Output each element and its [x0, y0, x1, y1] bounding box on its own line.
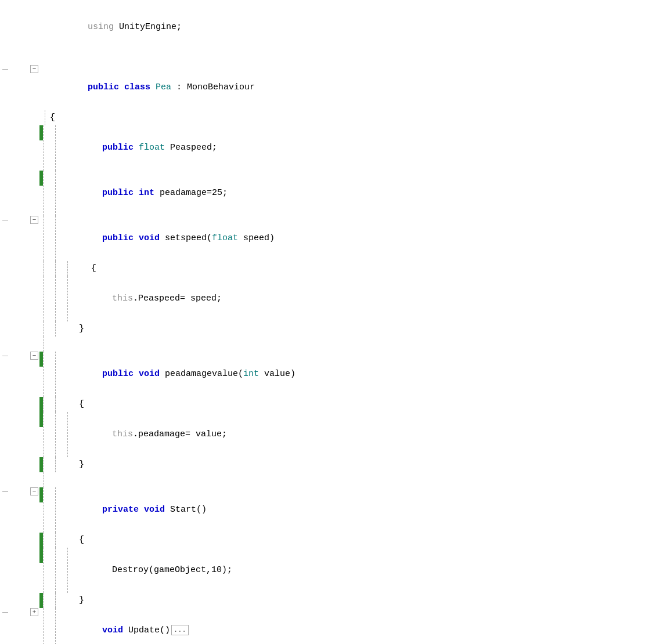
code-container: using UnityEngine; public class Pea : Mo…: [0, 0, 656, 644]
line-pdv-open: {: [0, 397, 656, 412]
peadamagevalue-decl: public void peadamagevalue(int value): [56, 352, 656, 397]
line-setspeed-decl: public void setspeed(float speed): [0, 216, 656, 261]
update-decl: void Update()...: [56, 608, 656, 644]
code-editor: using UnityEngine; public class Pea : Mo…: [0, 0, 656, 644]
line-peadamage: public int peadamage=25;: [0, 171, 656, 216]
fold-start-btn[interactable]: [30, 487, 38, 495]
line-using: using UnityEngine;: [0, 5, 656, 50]
line-start-decl: private void Start(): [0, 487, 656, 533]
line-empty-2: [0, 337, 656, 352]
fold-class-btn[interactable]: [30, 65, 38, 73]
line-empty-3: [0, 472, 656, 487]
line-pdv-body: this.peadamage= value;: [0, 412, 656, 457]
line-setspeed-close: }: [0, 321, 656, 337]
fold-update-btn[interactable]: [30, 608, 38, 616]
line-destroy: Destroy(gameObject,10);: [0, 548, 656, 593]
line-setspeed-open: {: [0, 261, 656, 276]
peadamage-decl: public int peadamage=25;: [56, 171, 656, 216]
fold-setspeed-btn[interactable]: [30, 216, 38, 224]
peaspeed-decl: public float Peaspeed;: [56, 125, 656, 171]
line-open-brace-class: {: [0, 110, 656, 125]
line-class-decl: public class Pea : MonoBehaviour: [0, 65, 656, 110]
line-start-open: {: [0, 533, 656, 548]
line-setspeed-body: this.Peaspeed= speed;: [0, 276, 656, 321]
line-pdv-close: }: [0, 457, 656, 472]
code-text: using: [88, 22, 114, 32]
fold-peadamagevalue-btn[interactable]: [30, 352, 38, 360]
line-start-close: }: [0, 593, 656, 608]
ellipsis-update[interactable]: ...: [171, 625, 189, 636]
setspeed-decl: public void setspeed(float speed): [56, 216, 656, 261]
line-update: void Update()...: [0, 608, 656, 644]
line-peadamagevalue-decl: public void peadamagevalue(int value): [0, 352, 656, 397]
line-empty-1: [0, 50, 656, 65]
line-peaspeed: public float Peaspeed;: [0, 125, 656, 171]
start-decl: private void Start(): [56, 487, 656, 533]
class-declaration: public class Pea : MonoBehaviour: [44, 65, 656, 110]
